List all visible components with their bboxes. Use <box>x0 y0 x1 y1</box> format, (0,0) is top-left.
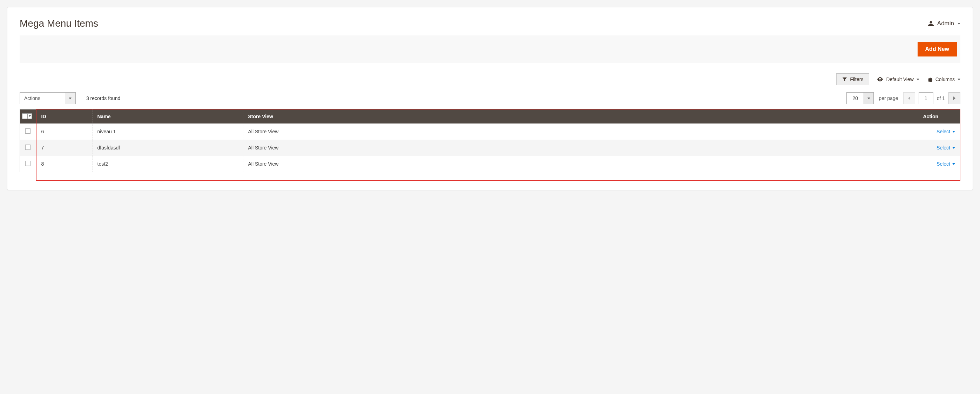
grid-controls-left: Actions 3 records found <box>20 92 120 104</box>
chevron-down-icon <box>952 163 955 165</box>
row-checkbox-cell <box>20 140 36 156</box>
per-page-value: 20 <box>847 93 864 104</box>
table-row: 6niveau 1All Store ViewSelect <box>20 123 960 140</box>
primary-action-bar: Add New <box>20 35 960 63</box>
cell-id: 7 <box>36 140 92 156</box>
chevron-down-icon <box>952 131 955 132</box>
grid-controls-right: 20 per page of 1 <box>846 92 960 104</box>
row-action-label: Select <box>937 129 950 134</box>
table-row: 7dfasfdasdfAll Store ViewSelect <box>20 140 960 156</box>
row-checkbox[interactable] <box>25 161 30 166</box>
row-action-label: Select <box>937 145 950 150</box>
svg-point-0 <box>880 78 881 80</box>
chevron-right-icon <box>953 96 955 100</box>
page-title: Mega Menu Items <box>20 18 98 29</box>
data-grid: ID Name Store View Action 6niveau 1All S… <box>20 110 960 172</box>
column-header-store-view[interactable]: Store View <box>243 110 918 123</box>
add-new-button[interactable]: Add New <box>918 42 957 56</box>
user-icon <box>928 21 934 26</box>
page-panel: Mega Menu Items Admin Add New Filters De… <box>7 7 973 190</box>
per-page-toggle[interactable] <box>864 93 873 104</box>
default-view-button[interactable]: Default View <box>877 77 919 82</box>
column-header-action: Action <box>918 110 960 123</box>
table-row: 8test2All Store ViewSelect <box>20 156 960 172</box>
row-action-select[interactable]: Select <box>937 145 955 150</box>
chevron-down-icon <box>958 78 960 80</box>
current-page-input[interactable] <box>919 92 933 104</box>
records-found-label: 3 records found <box>86 96 120 101</box>
funnel-icon <box>842 77 847 82</box>
column-header-id[interactable]: ID <box>36 110 92 123</box>
eye-icon <box>877 77 883 81</box>
grid-controls: Actions 3 records found 20 per page of <box>20 92 960 104</box>
per-page-selector[interactable]: 20 <box>846 92 874 104</box>
cell-action: Select <box>918 140 960 156</box>
row-action-select[interactable]: Select <box>937 129 955 134</box>
mass-actions-toggle[interactable] <box>65 93 75 104</box>
row-action-label: Select <box>937 161 950 167</box>
select-all-checkbox[interactable] <box>22 113 32 119</box>
grid-wrap: ID Name Store View Action 6niveau 1All S… <box>20 109 960 172</box>
row-checkbox-cell <box>20 156 36 172</box>
chevron-down-icon <box>69 97 72 99</box>
filters-label: Filters <box>850 77 863 82</box>
row-checkbox[interactable] <box>25 128 30 134</box>
grid-toolbar: Filters Default View Columns <box>20 73 960 85</box>
row-checkbox-cell <box>20 123 36 140</box>
total-pages-label: of 1 <box>937 96 945 101</box>
column-header-name[interactable]: Name <box>92 110 243 123</box>
columns-label: Columns <box>935 77 955 82</box>
cell-name: test2 <box>92 156 243 172</box>
chevron-down-icon <box>916 78 920 80</box>
select-all-header[interactable] <box>20 110 36 123</box>
pager: of 1 <box>903 92 960 104</box>
cell-store-view: All Store View <box>243 140 918 156</box>
prev-page-button[interactable] <box>903 92 915 104</box>
gear-icon <box>927 77 933 82</box>
cell-action: Select <box>918 123 960 140</box>
mass-actions-label: Actions <box>20 93 65 104</box>
cell-name: niveau 1 <box>92 123 243 140</box>
cell-action: Select <box>918 156 960 172</box>
chevron-left-icon <box>908 96 910 100</box>
row-checkbox[interactable] <box>25 145 30 150</box>
chevron-down-icon <box>867 97 870 99</box>
row-action-select[interactable]: Select <box>937 161 955 167</box>
admin-user-name: Admin <box>937 20 954 27</box>
admin-account-menu[interactable]: Admin <box>928 20 960 27</box>
default-view-label: Default View <box>886 77 913 82</box>
columns-button[interactable]: Columns <box>927 77 960 82</box>
cell-id: 6 <box>36 123 92 140</box>
per-page-label: per page <box>879 96 898 101</box>
chevron-down-icon <box>29 115 31 117</box>
chevron-down-icon <box>952 147 955 149</box>
cell-store-view: All Store View <box>243 123 918 140</box>
page-header: Mega Menu Items Admin <box>20 18 960 29</box>
filters-button[interactable]: Filters <box>836 73 869 85</box>
chevron-down-icon <box>958 23 960 25</box>
mass-actions-dropdown[interactable]: Actions <box>20 92 76 104</box>
next-page-button[interactable] <box>948 92 960 104</box>
cell-id: 8 <box>36 156 92 172</box>
cell-store-view: All Store View <box>243 156 918 172</box>
cell-name: dfasfdasdf <box>92 140 243 156</box>
